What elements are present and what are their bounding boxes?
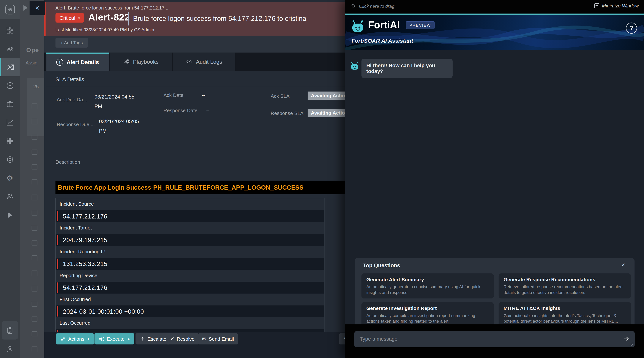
left-sidebar: ⚙ <box>0 0 20 358</box>
sidebar-item-settings[interactable]: ⚙ <box>0 169 20 187</box>
robot-avatar-icon <box>350 62 360 72</box>
execute-button[interactable]: Execute ▲ <box>94 334 134 345</box>
composer-box <box>354 331 635 347</box>
severity-dropdown[interactable]: Critical ▾ <box>56 13 84 23</box>
caret-up-icon: ▲ <box>87 337 90 341</box>
row-label: First Occurred <box>56 294 324 306</box>
actions-button[interactable]: Actions ▲ <box>56 334 94 345</box>
resolve-button[interactable]: ✔ Resolve <box>166 334 199 345</box>
response-date-value: -- <box>206 107 210 113</box>
chevron-down-icon: ▾ <box>78 16 80 20</box>
sidebar-item-target[interactable] <box>0 150 20 169</box>
gear-icon: ⚙ <box>6 174 13 182</box>
row-value[interactable]: 2024-03-01 00:01:00 +00:00 <box>56 306 324 317</box>
composer-area <box>345 324 644 358</box>
sidebar-item-chart[interactable] <box>0 113 20 132</box>
edit-button[interactable]: ✎ <box>339 334 346 345</box>
top-questions-title: Top Questions <box>363 262 400 268</box>
severity-bar <box>57 282 58 293</box>
incident-table: Incident Source 54.177.212.176 Incident … <box>56 198 324 342</box>
sidebar-item-shuffle-active[interactable] <box>0 58 20 76</box>
response-due-label: Response Due ... <box>57 121 95 127</box>
alert-title: Brute force logon success from 54.177.21… <box>133 15 306 22</box>
minimize-label: Minimize Window <box>602 3 638 8</box>
row-value[interactable]: 204.79.197.215 <box>56 234 324 246</box>
collapse-arrow-icon[interactable] <box>24 5 28 10</box>
question-cards: Generate Alert Summary Automatically gen… <box>362 274 631 327</box>
row-value[interactable]: 54.177.212.176 <box>56 210 324 222</box>
button-label: Execute <box>107 336 125 342</box>
close-modal-button[interactable]: × <box>30 1 45 15</box>
robot-icon <box>350 19 366 35</box>
row-value[interactable]: 54.177.212.176 <box>56 282 324 294</box>
team-icon <box>6 44 14 53</box>
description-headline: Brute Force App Login Success-PH_RULE_BR… <box>56 181 346 194</box>
background-page-heading: Ope <box>26 46 39 53</box>
sidebar-item-clipboard[interactable] <box>2 321 18 340</box>
panel-titlebar[interactable]: Click here to drag Minimize Window <box>345 0 644 13</box>
minimize-window-button[interactable]: Minimize Window <box>594 3 638 8</box>
sidebar-item-logo[interactable] <box>0 0 20 19</box>
response-date-label: Response Date <box>164 107 197 113</box>
drag-label: Click here to drag <box>359 4 394 8</box>
severity-bar <box>57 306 58 317</box>
link-icon <box>60 336 66 342</box>
sidebar-item-briefcase[interactable] <box>0 95 20 113</box>
drag-handle[interactable]: Click here to drag <box>350 3 394 9</box>
severity-bar <box>57 235 58 245</box>
card-generate-alert-summary[interactable]: Generate Alert Summary Automatically gen… <box>362 274 494 298</box>
sidebar-item-widgets[interactable] <box>0 132 20 150</box>
fortiai-subtitle: FortiSOAR AI Assistant <box>352 38 413 44</box>
send-email-button[interactable]: ✉ Send Email <box>198 334 238 345</box>
sidebar-item-users[interactable] <box>0 187 20 206</box>
top-questions-close-button[interactable]: × <box>619 261 628 269</box>
card-mitre-attck-insights[interactable]: MITRE ATT&CK Insights Gain actionable in… <box>499 302 631 327</box>
sidebar-item-play[interactable] <box>0 206 20 224</box>
shuffle-icon <box>6 63 15 71</box>
escalate-button[interactable]: Escalate <box>136 334 170 345</box>
card-generate-investigation-report[interactable]: Generate Investigation Report Automatica… <box>362 302 494 327</box>
app-logo-sync-icon <box>5 5 15 14</box>
app-root: ⚙ Ope Assig 25 × Al <box>0 0 644 358</box>
banner-divider <box>128 12 129 25</box>
minimize-icon <box>594 3 599 8</box>
row-label: Last Occurred <box>56 317 324 329</box>
button-label: Resolve <box>177 336 194 342</box>
alert-banner: Alert: Brute force logon success from 54… <box>44 2 346 36</box>
caret-up-icon: ▲ <box>127 337 130 341</box>
mail-icon: ✉ <box>202 336 206 342</box>
close-icon: × <box>36 4 40 12</box>
play-icon <box>8 212 12 218</box>
message-input[interactable] <box>354 331 622 347</box>
briefcase-icon <box>6 100 14 108</box>
tab-playbooks[interactable]: Playbooks <box>110 52 172 71</box>
resize-handle[interactable] <box>630 342 634 346</box>
sidebar-item-automation[interactable] <box>0 76 20 95</box>
alert-id: Alert-822 <box>88 12 130 23</box>
tab-label: Alert Details <box>66 59 99 65</box>
eye-icon <box>186 58 193 65</box>
sla-section-title: SLA Details <box>56 76 84 82</box>
button-label: Actions <box>68 336 84 342</box>
description-label: Description <box>56 159 80 165</box>
sidebar-item-dashboard[interactable] <box>0 21 20 39</box>
background-page-strip: Ope Assig 25 <box>20 0 44 358</box>
sidebar-item-team[interactable] <box>0 39 20 58</box>
tab-alert-details[interactable]: ! Alert Details <box>46 52 109 71</box>
severity-bar <box>57 259 58 269</box>
background-page-size: 25 <box>33 84 39 90</box>
detail-tabs: ! Alert Details Playbooks Audit Logs <box>44 52 346 71</box>
tab-audit-logs[interactable]: Audit Logs <box>173 52 235 71</box>
background-row-checkboxes[interactable] <box>32 103 38 352</box>
help-button[interactable]: ? <box>626 22 637 33</box>
automation-lightning-icon <box>6 81 14 90</box>
last-modified: Last Modified 03/28/2024 07:49 PM by CS … <box>56 27 154 32</box>
fortiai-header: FortiAI PREVIEW FortiSOAR AI Assistant ? <box>345 14 644 50</box>
users-icon <box>6 192 14 201</box>
add-tags-button[interactable]: + Add Tags <box>56 38 88 48</box>
send-button[interactable] <box>623 336 630 342</box>
sidebar-item-user[interactable] <box>0 340 20 358</box>
question-icon: ? <box>630 24 633 31</box>
row-value[interactable]: 131.253.33.215 <box>56 258 324 270</box>
card-generate-response-recommendations[interactable]: Generate Response Recommendations Retrie… <box>499 274 631 298</box>
